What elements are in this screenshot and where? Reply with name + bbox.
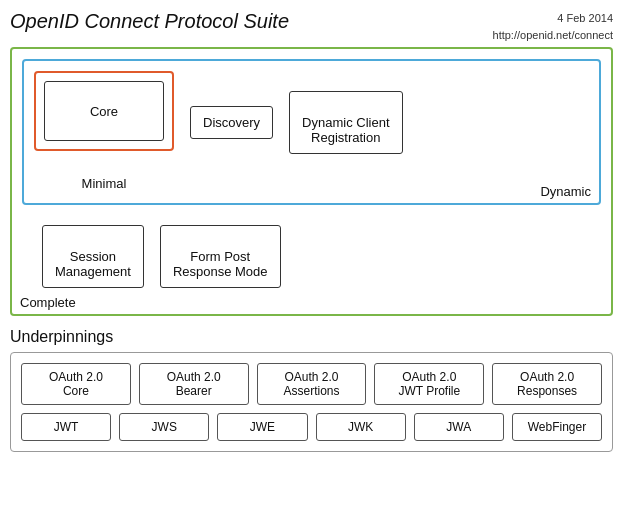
jws-box: JWS (119, 413, 209, 441)
dynamic-client-registration-spec-box: Dynamic Client Registration (289, 91, 402, 154)
header: OpenID Connect Protocol Suite 4 Feb 2014… (10, 10, 613, 43)
webfinger-box: WebFinger (512, 413, 602, 441)
jwk-box: JWK (316, 413, 406, 441)
minimal-box: Core (34, 71, 174, 151)
oauth2-jwt-profile-box: OAuth 2.0 JWT Profile (374, 363, 484, 405)
core-label: Core (90, 104, 118, 119)
dynamic-label: Dynamic (540, 184, 591, 199)
discovery-spec-box: Discovery (190, 106, 273, 139)
dynamic-top-row: Core Minimal Discovery Dynamic Client Re… (34, 71, 589, 173)
session-management-label: Session Management (55, 249, 131, 279)
dynamic-box: Core Minimal Discovery Dynamic Client Re… (22, 59, 601, 205)
form-post-response-mode-spec-box: Form Post Response Mode (160, 225, 281, 288)
core-spec-box: Core (44, 81, 164, 141)
header-info: 4 Feb 2014 http://openid.net/connect (493, 10, 613, 43)
header-date: 4 Feb 2014 (493, 10, 613, 27)
complete-label: Complete (20, 295, 76, 310)
bottom-row: Session Management Form Post Response Mo… (22, 225, 601, 288)
dynamic-client-registration-label: Dynamic Client Registration (302, 115, 389, 145)
oauth2-bearer-box: OAuth 2.0 Bearer (139, 363, 249, 405)
page-title: OpenID Connect Protocol Suite (10, 10, 289, 33)
complete-box: Core Minimal Discovery Dynamic Client Re… (10, 47, 613, 316)
jwe-box: JWE (217, 413, 307, 441)
header-url: http://openid.net/connect (493, 27, 613, 44)
underpinnings-title: Underpinnings (10, 328, 613, 346)
oauth2-core-box: OAuth 2.0 Core (21, 363, 131, 405)
session-management-spec-box: Session Management (42, 225, 144, 288)
underpinnings-row-2: JWT JWS JWE JWK JWA WebFinger (21, 413, 602, 441)
oauth2-responses-box: OAuth 2.0 Responses (492, 363, 602, 405)
underpinnings-row-1: OAuth 2.0 Core OAuth 2.0 Bearer OAuth 2.… (21, 363, 602, 405)
jwt-box: JWT (21, 413, 111, 441)
underpinnings-box: OAuth 2.0 Core OAuth 2.0 Bearer OAuth 2.… (10, 352, 613, 452)
underpinnings-section: Underpinnings OAuth 2.0 Core OAuth 2.0 B… (10, 328, 613, 452)
discovery-label: Discovery (203, 115, 260, 130)
oauth2-assertions-box: OAuth 2.0 Assertions (257, 363, 367, 405)
form-post-response-mode-label: Form Post Response Mode (173, 249, 268, 279)
minimal-label: Minimal (82, 176, 127, 191)
jwa-box: JWA (414, 413, 504, 441)
